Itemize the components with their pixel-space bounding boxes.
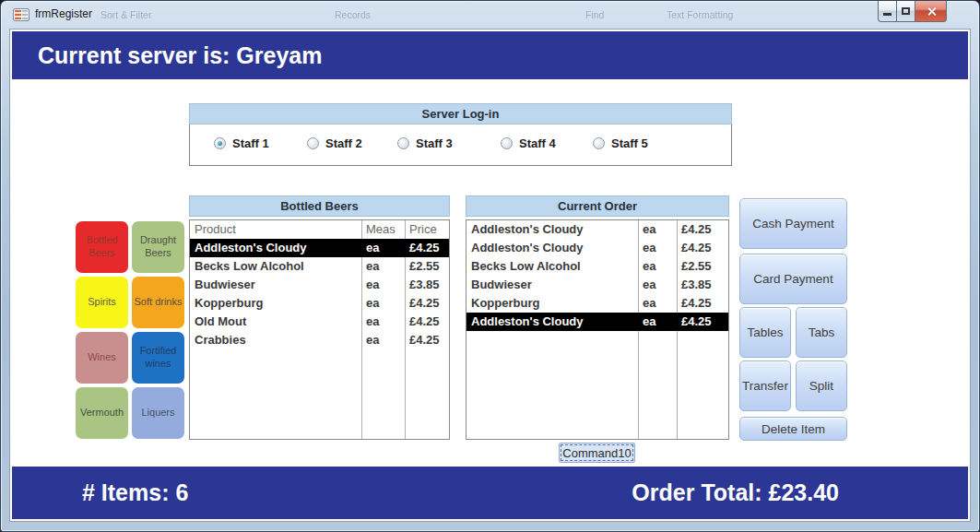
product-meas: ea [361,294,405,313]
column-header-product: Product [190,220,361,239]
cash-payment-button[interactable]: Cash Payment [739,198,847,249]
radio-icon [214,137,226,149]
radio-icon [593,137,605,149]
category-button-label: Soft drinks [135,296,183,307]
app-window: frmRegister Sort & FilterRecordsFindText… [0,0,980,532]
staff-radio-option[interactable]: Staff 3 [397,136,453,150]
category-button[interactable]: Vermouth [76,387,128,439]
column-header-price: Price [405,220,449,239]
order-total-value: £23.40 [769,479,839,505]
order-item-name: Budwieser [466,276,638,294]
product-row[interactable]: Kopperburg ea £4.25 [190,294,449,313]
order-item-price: £4.25 [677,294,728,313]
staff-radio-option[interactable]: Staff 4 [501,136,556,150]
category-button-label: Bottled Beers [86,234,117,258]
product-name: Kopperburg [190,294,361,313]
product-rows: Addleston's Cloudy ea £4.25 Becks Low Al… [190,239,449,349]
product-name: Budwieser [190,276,361,294]
order-row[interactable]: Budwieser ea £3.85 [466,276,728,294]
order-item-price: £4.25 [677,313,728,331]
order-item-name: Addleston's Cloudy [466,239,638,257]
product-row[interactable]: Budwieser ea £3.85 [190,276,449,294]
staff-radio-label: Staff 1 [232,136,269,150]
order-row[interactable]: Becks Low Alcohol ea £2.55 [466,257,728,276]
product-name: Old Mout [190,313,361,331]
radio-dot [218,141,222,146]
minimize-button[interactable] [878,1,896,22]
category-button-label: Spirits [88,296,116,307]
tables-button[interactable]: Tables [739,307,791,358]
split-button[interactable]: Split [796,361,847,411]
order-row[interactable]: Addleston's Cloudy ea £4.25 [466,239,728,257]
items-count-label: # Items: [82,479,169,505]
close-button[interactable] [915,1,947,22]
command10-button[interactable]: Command10 [559,443,635,463]
order-row[interactable]: Kopperburg ea £4.25 [466,294,728,313]
server-banner-text: Current server is: Greyam [38,42,322,68]
category-button[interactable]: Fortified wines [132,332,184,384]
staff-radio-option[interactable]: Staff 2 [307,136,362,150]
order-total: Order Total: £23.40 [632,479,839,506]
maximize-button[interactable] [896,1,915,22]
product-name: Becks Low Alcohol [190,257,361,276]
category-button[interactable]: Wines [76,332,128,384]
staff-radio-label: Staff 4 [519,136,556,150]
category-button-label: Draught Beers [140,234,176,258]
order-item-meas: ea [638,220,677,239]
server-login-panel: Server Log-in Staff 1 Staff 2 [189,103,732,166]
staff-radio-label: Staff 2 [325,136,362,150]
product-row[interactable]: Old Mout ea £4.25 [190,313,449,331]
column-header-meas: Meas [361,220,405,239]
window-titlebar: frmRegister Sort & FilterRecordsFindText… [1,1,979,29]
card-payment-button[interactable]: Card Payment [739,254,847,304]
order-row[interactable]: Addleston's Cloudy ea £4.25 [466,313,728,331]
tabs-button[interactable]: Tabs [796,307,847,358]
window-title: frmRegister [35,7,92,20]
order-item-name: Becks Low Alcohol [466,257,638,276]
category-button[interactable]: Liquers [132,387,184,439]
category-buttons: Bottled Beers Draught Beers Spirits Soft… [76,221,184,439]
ribbon-ghost-label: Text Formatting [667,9,733,20]
radio-icon [501,137,513,149]
product-list-title: Bottled Beers [189,195,450,217]
product-price: £3.85 [405,276,449,294]
product-row[interactable]: Crabbies ea £4.25 [190,331,449,349]
window-controls [878,1,947,22]
delete-item-button[interactable]: Delete Item [739,417,847,441]
staff-radio-label: Staff 5 [611,136,648,150]
category-button[interactable]: Bottled Beers [76,221,128,273]
category-button-label: Liquers [141,407,174,418]
product-row[interactable]: Becks Low Alcohol ea £2.55 [190,257,449,276]
product-name: Addleston's Cloudy [190,239,361,257]
close-icon [927,6,937,17]
transfer-button[interactable]: Transfer [739,361,791,411]
radio-icon [397,137,409,149]
product-row[interactable]: Addleston's Cloudy ea £4.25 [190,239,449,257]
staff-radio-option[interactable]: Staff 5 [593,136,648,150]
order-item-meas: ea [638,313,677,331]
order-item-price: £4.25 [677,239,728,257]
category-button[interactable]: Spirits [76,277,128,328]
minimize-icon [883,13,891,16]
category-button-label: Wines [88,351,116,362]
current-order-title: Current Order [466,195,729,217]
current-order-panel: Current Order Addleston's Cloudy ea £4.2… [466,195,729,217]
register-form: Current server is: Greyam Server Log-in … [9,29,971,522]
order-item-name: Addleston's Cloudy [466,313,638,331]
server-login-header: Server Log-in [189,103,732,124]
staff-radio-label: Staff 3 [416,136,453,150]
product-list-header-row: Product Meas Price [190,220,449,239]
product-price: £2.55 [405,257,449,276]
order-item-price: £2.55 [677,257,728,276]
staff-radio-option[interactable]: Staff 1 [214,136,269,150]
category-button[interactable]: Draught Beers [132,221,184,273]
category-button-label: Fortified wines [140,345,177,369]
current-order-list: Addleston's Cloudy ea £4.25 Addleston's … [466,219,729,440]
maximize-icon [902,7,910,15]
order-total-label: Order Total: [632,479,762,505]
order-rows: Addleston's Cloudy ea £4.25 Addleston's … [466,220,728,331]
order-item-name: Addleston's Cloudy [466,220,638,239]
order-row[interactable]: Addleston's Cloudy ea £4.25 [466,220,728,239]
category-button[interactable]: Soft drinks [132,277,184,328]
ribbon-ghost-label: Records [335,9,371,20]
